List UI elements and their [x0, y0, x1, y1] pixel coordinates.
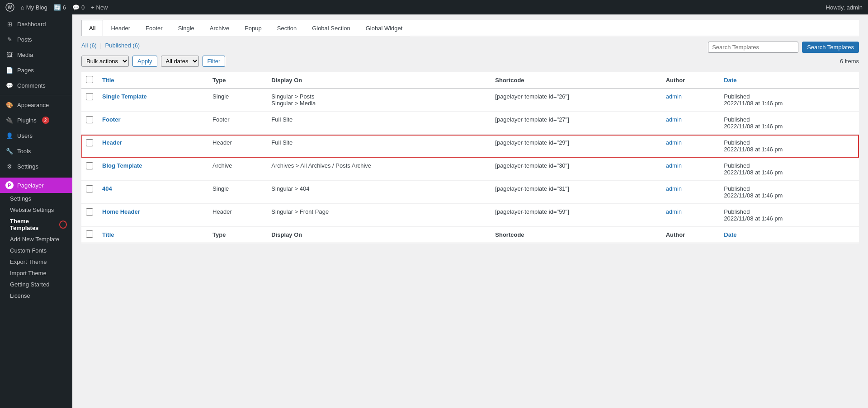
- bulk-actions-select[interactable]: Bulk actions Delete: [81, 56, 129, 67]
- sidebar-item-pl-license[interactable]: License: [0, 290, 72, 301]
- sidebar-item-dashboard[interactable]: ⊞ Dashboard: [0, 16, 72, 32]
- tab-section[interactable]: Section: [269, 20, 304, 36]
- row-author-link[interactable]: admin: [666, 208, 682, 215]
- sidebar-item-label: Users: [17, 132, 33, 139]
- row-type: Header: [208, 135, 267, 158]
- sidebar-item-label: Posts: [17, 36, 32, 43]
- search-button[interactable]: Search Templates: [802, 42, 859, 53]
- tab-header[interactable]: Header: [103, 20, 138, 36]
- sidebar-item-pl-addnew[interactable]: Add New Template: [0, 234, 72, 245]
- row-title-link[interactable]: Footer: [102, 116, 120, 123]
- row-checkbox[interactable]: [86, 116, 93, 123]
- row-checkbox[interactable]: [86, 185, 93, 192]
- row-checkbox[interactable]: [86, 162, 93, 169]
- row-author-link[interactable]: admin: [666, 162, 682, 169]
- updates-count: 6: [63, 4, 66, 11]
- row-shortcode: [pagelayer-template id="30"]: [491, 158, 661, 181]
- sidebar-item-settings[interactable]: ⚙ Settings: [0, 159, 72, 174]
- th-author: Author: [661, 72, 720, 89]
- row-title-link[interactable]: 404: [102, 185, 112, 192]
- sidebar-item-pl-templates[interactable]: Theme Templates: [0, 216, 72, 234]
- tab-all[interactable]: All: [81, 20, 103, 36]
- top-bar: W ⌂ My Blog 🔄 6 💬 0 + New Howdy, admin: [0, 0, 868, 14]
- comments-icon: 💬: [72, 4, 80, 11]
- row-checkbox[interactable]: [86, 208, 93, 216]
- row-checkbox-cell: [81, 158, 98, 181]
- plugins-icon: 🔌: [5, 116, 14, 124]
- sidebar-item-label: Tools: [17, 148, 31, 155]
- sidebar-item-tools[interactable]: 🔧 Tools: [0, 143, 72, 159]
- row-title-link[interactable]: Header: [102, 139, 122, 146]
- tab-archive[interactable]: Archive: [202, 20, 237, 36]
- sidebar-item-comments[interactable]: 💬 Comments: [0, 78, 72, 93]
- posts-icon: ✎: [5, 35, 14, 43]
- sidebar-item-pl-settings[interactable]: Settings: [0, 193, 72, 204]
- sidebar-item-appearance[interactable]: 🎨 Appearance: [0, 97, 72, 113]
- th-checkbox: [81, 72, 98, 89]
- sidebar-item-pl-import[interactable]: Import Theme: [0, 267, 72, 279]
- row-checkbox-cell: [81, 181, 98, 204]
- th-display-on: Display On: [267, 72, 491, 89]
- row-display-on: Singular > 404: [267, 181, 491, 204]
- row-display-on: Singular > PostsSingular > Media: [267, 89, 491, 112]
- comments-link[interactable]: 💬 0: [72, 4, 85, 11]
- row-date: Published2022/11/08 at 1:46 pm: [719, 135, 859, 158]
- row-title-link[interactable]: Single Template: [102, 93, 147, 100]
- th-date: Date: [719, 72, 859, 89]
- search-area: Search Templates: [708, 42, 859, 53]
- table-row: Footer Footer Full Site [pagelayer-templ…: [81, 112, 859, 135]
- pagelayer-label: Pagelayer: [17, 182, 44, 189]
- select-all-checkbox[interactable]: [86, 76, 93, 83]
- row-title-link[interactable]: Home Header: [102, 208, 140, 215]
- row-checkbox-cell: [81, 204, 98, 227]
- pages-icon: 📄: [5, 66, 14, 74]
- row-title-link[interactable]: Blog Template: [102, 162, 142, 169]
- row-author-link[interactable]: admin: [666, 139, 682, 146]
- status-all-link[interactable]: All (6): [81, 42, 97, 49]
- row-type: Single: [208, 89, 267, 112]
- template-tabs: All Header Footer Single Archive Popup S…: [81, 20, 859, 36]
- sidebar-item-pl-export[interactable]: Export Theme: [0, 256, 72, 267]
- sidebar-item-posts[interactable]: ✎ Posts: [0, 32, 72, 47]
- table-row: 404 Single Singular > 404 [pagelayer-tem…: [81, 181, 859, 204]
- sidebar-item-label: Media: [17, 52, 33, 58]
- tab-global-widget[interactable]: Global Widget: [358, 20, 410, 36]
- status-published-link[interactable]: Published (6): [105, 42, 140, 49]
- sidebar-item-pl-started[interactable]: Getting Started: [0, 279, 72, 290]
- row-shortcode: [pagelayer-template id="29"]: [491, 135, 661, 158]
- site-name-link[interactable]: ⌂ My Blog: [21, 4, 47, 11]
- sidebar-item-pl-fonts[interactable]: Custom Fonts: [0, 245, 72, 256]
- sidebar-item-pl-website[interactable]: Website Settings: [0, 204, 72, 216]
- row-display-on: Full Site: [267, 112, 491, 135]
- row-shortcode: [pagelayer-template id="59"]: [491, 204, 661, 227]
- row-checkbox[interactable]: [86, 93, 93, 100]
- date-filter-select[interactable]: All dates: [161, 56, 199, 67]
- tab-global-section[interactable]: Global Section: [304, 20, 358, 36]
- updates-link[interactable]: 🔄 6: [54, 4, 66, 11]
- row-author: admin: [661, 204, 720, 227]
- row-title: Single Template: [98, 89, 208, 112]
- tf-shortcode: Shortcode: [491, 227, 661, 243]
- row-checkbox[interactable]: [86, 139, 93, 146]
- tab-footer[interactable]: Footer: [138, 20, 170, 36]
- tab-single[interactable]: Single: [170, 20, 202, 36]
- row-author-link[interactable]: admin: [666, 93, 682, 100]
- wp-logo-link[interactable]: W: [5, 3, 14, 12]
- select-all-checkbox-bottom[interactable]: [86, 230, 93, 238]
- new-link[interactable]: + New: [91, 4, 108, 11]
- tf-author: Author: [661, 227, 720, 243]
- filter-button[interactable]: Filter: [203, 56, 226, 67]
- status-links: All (6) | Published (6): [81, 42, 140, 49]
- svg-text:W: W: [8, 5, 12, 10]
- search-input[interactable]: [708, 42, 798, 53]
- sidebar-item-users[interactable]: 👤 Users: [0, 128, 72, 143]
- apply-button[interactable]: Apply: [132, 56, 157, 67]
- th-type: Type: [208, 72, 267, 89]
- row-author-link[interactable]: admin: [666, 116, 682, 123]
- sidebar-item-pagelayer[interactable]: P Pagelayer: [0, 178, 72, 193]
- sidebar-item-plugins[interactable]: 🔌 Plugins 2: [0, 113, 72, 128]
- tab-popup[interactable]: Popup: [237, 20, 269, 36]
- sidebar-item-media[interactable]: 🖼 Media: [0, 47, 72, 62]
- row-author-link[interactable]: admin: [666, 185, 682, 192]
- sidebar-item-pages[interactable]: 📄 Pages: [0, 62, 72, 78]
